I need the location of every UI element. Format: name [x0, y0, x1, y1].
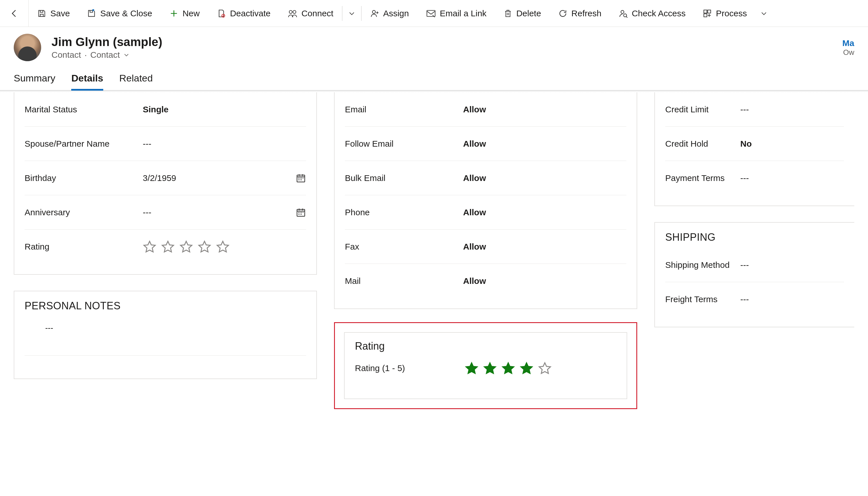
- personal-card: Marital Status Single Spouse/Partner Nam…: [14, 92, 317, 275]
- process-chevron[interactable]: [756, 0, 772, 27]
- anniversary-calendar-button[interactable]: [296, 207, 306, 218]
- email-value: Allow: [463, 98, 626, 121]
- star-icon[interactable]: [483, 361, 497, 375]
- form-body: Marital Status Single Spouse/Partner Nam…: [0, 92, 868, 426]
- star-icon[interactable]: [179, 240, 193, 253]
- record-entity: Contact: [51, 50, 81, 60]
- record-header: Jim Glynn (sample) Contact · Contact Ma …: [0, 27, 868, 64]
- star-icon[interactable]: [216, 240, 230, 253]
- anniversary-label: Anniversary: [25, 201, 143, 224]
- rating-stars[interactable]: [465, 355, 616, 382]
- star-icon[interactable]: [538, 361, 552, 375]
- refresh-button[interactable]: Refresh: [550, 0, 610, 27]
- chevron-down-icon: [760, 10, 767, 17]
- freight-terms-value: ---: [741, 288, 844, 311]
- tab-row: Summary Details Related: [0, 64, 868, 91]
- owner-label: Ow: [842, 48, 854, 57]
- field-email[interactable]: Email Allow: [345, 92, 626, 127]
- rating-field-label: Rating (1 - 5): [355, 356, 465, 380]
- bulk-email-value: Allow: [463, 166, 626, 190]
- new-button[interactable]: New: [161, 0, 208, 27]
- phone-label: Phone: [345, 201, 463, 224]
- spouse-value: ---: [143, 132, 306, 156]
- chevron-down-icon[interactable]: [123, 52, 130, 58]
- birthday-value: 3/2/1959: [143, 173, 176, 183]
- field-follow-email[interactable]: Follow Email Allow: [345, 127, 626, 161]
- svg-point-6: [623, 14, 627, 17]
- contact-methods-card: Email Allow Follow Email Allow Bulk Emai…: [334, 92, 637, 309]
- record-title-block: Jim Glynn (sample) Contact · Contact: [51, 35, 162, 60]
- star-icon[interactable]: [501, 361, 515, 375]
- personal-notes-value[interactable]: ---: [25, 316, 306, 356]
- tab-summary[interactable]: Summary: [14, 67, 55, 90]
- field-rating-empty[interactable]: Rating: [25, 230, 306, 264]
- save-button[interactable]: Save: [29, 0, 78, 27]
- record-form[interactable]: Contact: [90, 50, 120, 60]
- column-middle: Email Allow Follow Email Allow Bulk Emai…: [334, 92, 637, 409]
- shipping-method-label: Shipping Method: [665, 253, 741, 277]
- deactivate-label: Deactivate: [230, 9, 271, 18]
- fax-value: Allow: [463, 235, 626, 259]
- follow-email-label: Follow Email: [345, 132, 463, 156]
- save-icon: [37, 9, 46, 18]
- owner-link[interactable]: Ma: [842, 38, 854, 48]
- process-button[interactable]: Process: [694, 0, 755, 27]
- credit-limit-value: ---: [741, 98, 844, 121]
- arrow-left-icon: [10, 9, 19, 18]
- svg-rect-11: [297, 209, 305, 216]
- field-payment-terms[interactable]: Payment Terms ---: [665, 161, 844, 195]
- field-anniversary[interactable]: Anniversary ---: [25, 195, 306, 230]
- tab-details[interactable]: Details: [71, 67, 103, 90]
- field-marital-status[interactable]: Marital Status Single: [25, 92, 306, 127]
- svg-point-3: [372, 10, 376, 13]
- delete-label: Delete: [516, 9, 541, 18]
- field-shipping-method[interactable]: Shipping Method ---: [665, 248, 844, 282]
- mail-label: Mail: [345, 269, 463, 293]
- connect-button[interactable]: Connect: [279, 0, 342, 27]
- svg-rect-8: [708, 10, 711, 13]
- field-freight-terms[interactable]: Freight Terms ---: [665, 282, 844, 316]
- back-button[interactable]: [0, 0, 29, 27]
- star-icon[interactable]: [198, 240, 211, 253]
- column-right: Credit Limit --- Credit Hold No Payment …: [654, 92, 854, 409]
- calendar-icon: [296, 173, 306, 183]
- check-access-button[interactable]: Check Access: [610, 0, 694, 27]
- field-mail[interactable]: Mail Allow: [345, 264, 626, 298]
- email-label: Email: [345, 98, 463, 121]
- rating-empty-stars[interactable]: [143, 233, 306, 261]
- freight-terms-label: Freight Terms: [665, 288, 741, 311]
- star-icon[interactable]: [143, 240, 156, 253]
- field-spouse[interactable]: Spouse/Partner Name ---: [25, 127, 306, 161]
- refresh-icon: [558, 9, 567, 18]
- connect-split-chevron[interactable]: [342, 0, 361, 27]
- star-icon[interactable]: [520, 361, 533, 375]
- birthday-calendar-button[interactable]: [296, 173, 306, 183]
- field-credit-limit[interactable]: Credit Limit ---: [665, 92, 844, 127]
- follow-email-value: Allow: [463, 132, 626, 156]
- field-rating[interactable]: Rating (1 - 5): [355, 354, 616, 383]
- separator-dot: ·: [85, 50, 87, 60]
- deactivate-button[interactable]: Deactivate: [208, 0, 279, 27]
- phone-value: Allow: [463, 201, 626, 224]
- tab-related[interactable]: Related: [119, 67, 153, 90]
- star-icon[interactable]: [161, 240, 175, 253]
- svg-rect-9: [704, 14, 707, 17]
- field-birthday[interactable]: Birthday 3/2/1959: [25, 161, 306, 195]
- credit-hold-value: No: [741, 132, 844, 156]
- delete-button[interactable]: Delete: [495, 0, 550, 27]
- save-label: Save: [50, 9, 70, 18]
- field-bulk-email[interactable]: Bulk Email Allow: [345, 161, 626, 195]
- shipping-card: SHIPPING Shipping Method --- Freight Ter…: [654, 222, 854, 327]
- star-icon[interactable]: [465, 361, 478, 375]
- spouse-label: Spouse/Partner Name: [25, 132, 143, 156]
- field-fax[interactable]: Fax Allow: [345, 230, 626, 264]
- billing-card: Credit Limit --- Credit Hold No Payment …: [654, 92, 854, 206]
- field-credit-hold[interactable]: Credit Hold No: [665, 127, 844, 161]
- assign-button[interactable]: Assign: [362, 0, 417, 27]
- command-bar: Save Save & Close New Deactivate Connect…: [0, 0, 868, 27]
- svg-point-5: [621, 10, 624, 13]
- svg-point-2: [293, 10, 296, 13]
- save-close-button[interactable]: Save & Close: [78, 0, 161, 27]
- field-phone[interactable]: Phone Allow: [345, 195, 626, 230]
- email-link-button[interactable]: Email a Link: [417, 0, 495, 27]
